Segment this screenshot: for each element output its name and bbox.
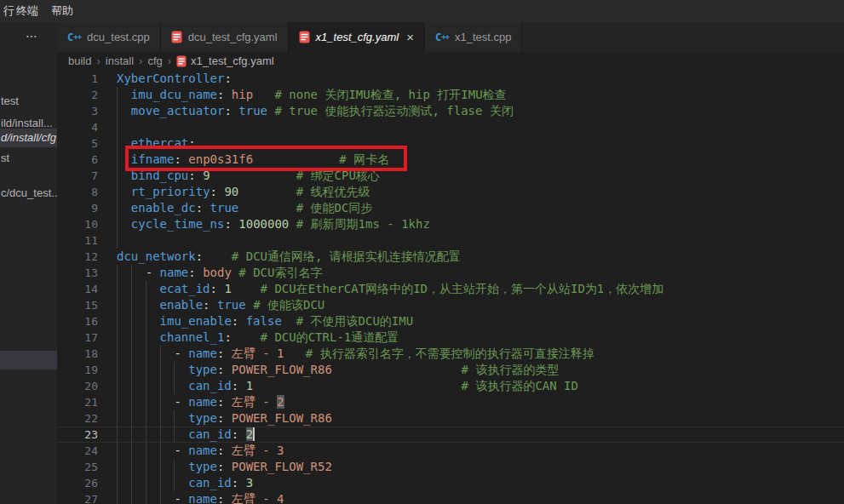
code-line[interactable]: 4 bbox=[57, 119, 844, 135]
indent-guide bbox=[160, 427, 175, 443]
tab-label: x1_test_cfg.yaml bbox=[316, 31, 399, 43]
tab-x1_test_cfg.yaml[interactable]: x1_test_cfg.yaml× bbox=[289, 22, 425, 52]
sidebar-item[interactable] bbox=[0, 351, 57, 369]
code-line[interactable]: 16 imu_enable: false # 不使用该DCU的IMU bbox=[57, 313, 844, 329]
code-line[interactable]: 25 type: POWER_FLOW_R52 bbox=[57, 459, 844, 475]
indent-guide bbox=[117, 184, 131, 200]
indent-guide bbox=[160, 410, 175, 427]
sidebar-item[interactable]: test bbox=[0, 92, 57, 111]
menu-item-2[interactable]: 帮助 bbox=[49, 0, 75, 22]
code-token: 3 bbox=[238, 476, 253, 490]
code-token: - bbox=[174, 444, 188, 457]
indent-guide bbox=[117, 87, 131, 103]
indent-guide bbox=[146, 410, 160, 427]
indent-guide bbox=[146, 329, 160, 346]
code-line[interactable]: 19 type: POWER_FLOW_R86 # 该执行器的类型 bbox=[57, 362, 844, 378]
code-token: type bbox=[188, 411, 217, 425]
code-line[interactable]: 26 can_id: 3 bbox=[57, 475, 844, 491]
vscode-window: 行终端帮助 ⋯ testild/install...d/install/cfgs… bbox=[0, 0, 844, 504]
line-code: cycle_time_ns: 1000000 # 刷新周期1ms - 1khz bbox=[117, 216, 430, 232]
code-line[interactable]: 10 cycle_time_ns: 1000000 # 刷新周期1ms - 1k… bbox=[57, 216, 844, 232]
code-line[interactable]: 20 can_id: 1 # 该执行器的CAN ID bbox=[57, 378, 844, 394]
line-number: 18 bbox=[57, 346, 98, 362]
code-line[interactable]: 23 can_id: 2 bbox=[57, 427, 844, 443]
code-token: move_actuator bbox=[131, 104, 225, 117]
indent-guide bbox=[117, 329, 131, 346]
code-line[interactable]: 13 - name: body # DCU索引名字 bbox=[57, 265, 844, 281]
indent-guide bbox=[117, 491, 131, 504]
line-code: rt_priority: 90 # 线程优先级 bbox=[117, 184, 370, 200]
code-line[interactable]: 3 move_actuator: true # true 使能执行器运动测试, … bbox=[57, 103, 844, 119]
code-line[interactable]: 22 type: POWER_FLOW_R86 bbox=[57, 410, 844, 427]
code-token: cycle_time_ns bbox=[131, 217, 225, 231]
line-number: 10 bbox=[57, 216, 98, 232]
code-token: can_id bbox=[188, 427, 232, 441]
code-token: 2 bbox=[277, 395, 284, 409]
code-line[interactable]: 14 ecat_id: 1 # DCU在EtherCAT网络中的ID，从主站开始… bbox=[57, 281, 844, 297]
code-token: : bbox=[224, 104, 231, 117]
line-number: 20 bbox=[57, 378, 98, 394]
code-line[interactable]: 21 - name: 左臂 - 2 bbox=[57, 394, 844, 410]
code-line[interactable]: 17 channel_1: # DCU的CTRL-1通道配置 bbox=[57, 329, 844, 346]
close-icon[interactable]: × bbox=[406, 31, 414, 43]
code-line[interactable]: 8 rt_priority: 90 # 线程优先级 bbox=[57, 184, 844, 200]
code-line[interactable]: 1XyberController: bbox=[57, 71, 844, 87]
code-token: name bbox=[188, 395, 217, 409]
code-token: 90 bbox=[217, 185, 238, 198]
sidebar-item[interactable]: d/install/cfg bbox=[0, 129, 57, 147]
sidebar-item[interactable]: c/dcu_test... bbox=[0, 184, 57, 203]
code-line[interactable]: 9 enable_dc: true # 使能DC同步 bbox=[57, 200, 844, 216]
indent-guide bbox=[146, 427, 160, 443]
chevron-right-icon: › bbox=[168, 54, 171, 67]
indent-guide bbox=[146, 297, 160, 313]
cpp-file-icon: C++ bbox=[67, 32, 81, 43]
code-token: - bbox=[174, 395, 188, 409]
indent-guide bbox=[131, 475, 146, 491]
breadcrumb-file[interactable]: x1_test_cfg.yaml bbox=[191, 54, 274, 67]
indent-guide bbox=[174, 459, 188, 475]
line-code bbox=[117, 119, 131, 135]
tab-label: dcu_test_cfg.yaml bbox=[188, 31, 278, 43]
breadcrumb-item[interactable]: install bbox=[106, 54, 134, 67]
code-token: 1000000 bbox=[232, 217, 289, 231]
code-editor[interactable]: 1XyberController:2 imu_dcu_name: hip # n… bbox=[57, 71, 844, 504]
code-token bbox=[238, 427, 245, 441]
line-number: 15 bbox=[57, 297, 98, 313]
tab-x1_test.cpp[interactable]: C++x1_test.cpp bbox=[425, 22, 523, 52]
indent-guide bbox=[117, 281, 131, 297]
tab-dcu_test.cpp[interactable]: C++dcu_test.cpp bbox=[57, 22, 161, 52]
indent-guide bbox=[146, 378, 160, 394]
code-token: true bbox=[210, 298, 246, 312]
code-token: # none 关闭IMU检查, hip 打开IMU检查 bbox=[253, 88, 506, 101]
line-number: 14 bbox=[57, 281, 98, 297]
breadcrumb-item[interactable]: build bbox=[68, 54, 91, 67]
code-token: can_id bbox=[188, 476, 232, 490]
code-line[interactable]: 11 bbox=[57, 232, 844, 249]
code-token: 左臂 - 3 bbox=[224, 444, 284, 457]
code-token: imu_dcu_name bbox=[131, 88, 217, 101]
menu-item-1[interactable]: 终端 bbox=[14, 0, 40, 22]
line-number: 19 bbox=[57, 362, 98, 378]
code-token: # 刷新周期1ms - 1khz bbox=[289, 217, 430, 231]
code-line[interactable]: 27 - name: 左臂 - 4 bbox=[57, 491, 844, 504]
code-line[interactable]: 24 - name: 左臂 - 3 bbox=[57, 443, 844, 459]
line-number: 16 bbox=[57, 313, 98, 329]
indent-guide bbox=[131, 281, 146, 297]
code-token: name bbox=[188, 346, 217, 360]
code-token: channel_1 bbox=[160, 330, 225, 344]
sidebar-item[interactable]: st bbox=[0, 149, 57, 168]
code-line[interactable]: 12dcu_network: # DCU通信网络, 请根据实机连接情况配置 bbox=[57, 249, 844, 265]
code-line[interactable]: 2 imu_dcu_name: hip # none 关闭IMU检查, hip … bbox=[57, 87, 844, 103]
more-actions-icon[interactable]: ⋯ bbox=[26, 29, 38, 43]
code-line[interactable]: 18 - name: 左臂 - 1 # 执行器索引名字，不需要控制的执行器可直接… bbox=[57, 346, 844, 362]
code-token: body bbox=[196, 266, 232, 279]
breadcrumb-item[interactable]: cfg bbox=[147, 54, 162, 67]
code-token: can_id bbox=[188, 379, 232, 392]
tab-dcu_test_cfg.yaml[interactable]: dcu_test_cfg.yaml bbox=[161, 22, 289, 52]
indent-guide bbox=[117, 394, 131, 410]
code-line[interactable]: 15 enable: true # 使能该DCU bbox=[57, 297, 844, 313]
indent-guide bbox=[131, 362, 146, 378]
line-number: 17 bbox=[57, 329, 98, 346]
indent-guide bbox=[146, 281, 160, 297]
code-token: true bbox=[203, 201, 238, 215]
